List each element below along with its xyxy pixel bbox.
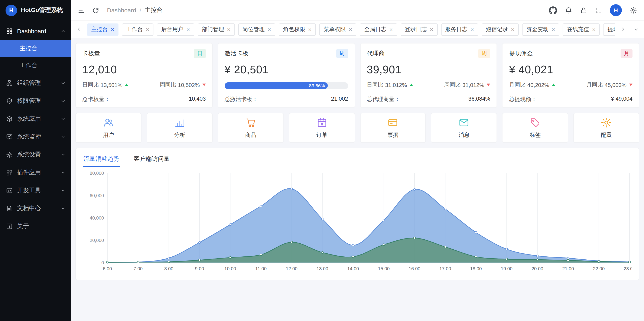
tabs-scroll-right-icon[interactable]: [618, 25, 628, 34]
tab-label: 全局日志: [364, 26, 386, 33]
stat-value: 39,901: [360, 58, 497, 76]
stat-card-title: 激活卡板: [224, 50, 248, 57]
trend-down-icon: [629, 84, 632, 86]
tab-chip-11[interactable]: 资金变动×: [522, 23, 559, 36]
close-icon[interactable]: ×: [308, 26, 312, 32]
close-icon[interactable]: ×: [111, 26, 114, 32]
tab-traffic-trend[interactable]: 流量消耗趋势: [83, 154, 120, 167]
close-icon[interactable]: ×: [552, 26, 555, 32]
sidebar-item-system-settings[interactable]: 系统设置: [0, 146, 71, 164]
tabs-menu-chevron-icon[interactable]: [631, 25, 640, 34]
shortcut-analysis[interactable]: 分析: [146, 113, 213, 143]
close-icon[interactable]: ×: [430, 26, 433, 32]
close-icon[interactable]: ×: [389, 26, 393, 32]
tab-chip-13[interactable]: 提现管理×: [603, 23, 615, 36]
tab-chip-2[interactable]: 后台用户×: [157, 23, 194, 36]
app-root: H HotGo管理系统 Dashboard 主控台 工作台: [0, 0, 644, 321]
trend-down-icon: [202, 84, 206, 86]
chevron-up-icon: [60, 28, 66, 34]
tab-client-visits[interactable]: 客户端访问量: [133, 154, 170, 167]
sidebar-item-organization[interactable]: 组织管理: [0, 74, 71, 92]
tab-label: 主控台: [91, 26, 108, 33]
tab-chip-0[interactable]: 主控台×: [87, 23, 118, 36]
chevron-down-icon: [60, 116, 66, 122]
close-icon[interactable]: ×: [146, 26, 149, 32]
sidebar-item-devtools[interactable]: 开发工具: [0, 182, 71, 200]
shortcut-tags[interactable]: 标签: [502, 113, 568, 143]
sidebar-item-system-app[interactable]: 系统应用: [0, 110, 71, 128]
sidebar-item-dashboard[interactable]: Dashboard: [0, 22, 71, 40]
chevron-down-icon: [60, 80, 66, 86]
status-badge: 日: [194, 49, 206, 58]
shortcut-messages[interactable]: 消息: [431, 113, 497, 143]
svg-text:80,000: 80,000: [90, 170, 104, 176]
tab-chip-3[interactable]: 部门管理×: [198, 23, 235, 36]
sidebar-item-label: Dashboard: [17, 28, 46, 34]
fullscreen-icon[interactable]: [595, 6, 602, 14]
shortcut-goods[interactable]: 商品: [218, 113, 284, 143]
menu-collapse-icon[interactable]: [78, 6, 85, 14]
tab-chip-12[interactable]: 在线充值×: [563, 23, 600, 36]
shortcut-users[interactable]: 用户: [76, 113, 142, 143]
breadcrumb-current: 主控台: [145, 6, 162, 14]
status-badge: 周: [478, 49, 490, 58]
tab-chip-7[interactable]: 全局日志×: [360, 23, 397, 36]
close-icon[interactable]: ×: [268, 26, 271, 32]
close-icon[interactable]: ×: [349, 26, 352, 32]
close-icon[interactable]: ×: [186, 26, 190, 32]
breadcrumb-root[interactable]: Dashboard: [107, 7, 136, 14]
tab-chip-9[interactable]: 服务日志×: [441, 23, 478, 36]
stat-footer-value: 36,084%: [468, 96, 490, 103]
github-icon[interactable]: [549, 6, 557, 14]
svg-text:16:00: 16:00: [409, 266, 420, 271]
sidebar-item-workbench[interactable]: 工作台: [0, 57, 71, 74]
tab-label: 登录日志: [405, 26, 427, 33]
tab-label: 工作台: [126, 26, 143, 33]
sidebar-item-console[interactable]: 主控台: [0, 40, 71, 57]
sidebar-item-docs[interactable]: 文档中心: [0, 200, 71, 218]
lock-icon[interactable]: [580, 6, 587, 14]
document-icon: [6, 205, 13, 212]
sidebar-item-about[interactable]: 关于: [0, 218, 71, 235]
tab-chip-5[interactable]: 角色权限×: [279, 23, 316, 36]
sidebar-item-plugins[interactable]: 插件应用: [0, 164, 71, 182]
sidebar-item-permission[interactable]: 权限管理: [0, 92, 71, 110]
refresh-icon[interactable]: [92, 6, 99, 14]
close-icon[interactable]: ×: [511, 26, 514, 32]
monitor-icon: [6, 134, 13, 140]
tab-chip-4[interactable]: 岗位管理×: [238, 23, 275, 36]
tabs-scroll-left-icon[interactable]: [74, 25, 84, 34]
status-badge: 月: [620, 49, 632, 58]
stat-card-activated: 激活卡板 周 ¥ 20,501 83.66% 总激活卡板： 21,002: [218, 43, 355, 108]
tab-chip-6[interactable]: 菜单权限×: [319, 23, 356, 36]
hotgo-logo-icon: H: [6, 4, 17, 16]
gear-icon: [600, 117, 612, 128]
tab-chip-8[interactable]: 登录日志×: [400, 23, 438, 36]
sidebar-item-system-monitor[interactable]: 系统监控: [0, 128, 71, 146]
tab-chip-10[interactable]: 短信记录×: [482, 23, 519, 36]
avatar[interactable]: H: [610, 4, 622, 16]
tab-chip-1[interactable]: 工作台×: [122, 23, 154, 36]
plugin-icon: [6, 169, 13, 176]
bell-icon[interactable]: [565, 6, 572, 14]
tab-label: 在线充值: [567, 26, 589, 33]
sidebar-item-label: 文档中心: [17, 204, 41, 212]
gear-icon: [6, 151, 13, 158]
stat-sub-left: 日同比 31,012%: [367, 81, 413, 89]
svg-text:14:00: 14:00: [347, 266, 359, 271]
settings-gear-icon[interactable]: [630, 6, 637, 14]
close-icon[interactable]: ×: [592, 26, 596, 32]
app-logo[interactable]: H HotGo管理系统: [0, 0, 71, 20]
shortcut-bills[interactable]: 票据: [360, 113, 426, 143]
chevron-down-icon: [60, 188, 66, 193]
close-icon[interactable]: ×: [227, 26, 230, 32]
progress-label: 83.66%: [309, 83, 325, 88]
app-title: HotGo管理系统: [21, 6, 63, 14]
shortcut-orders[interactable]: 订单: [289, 113, 355, 143]
stat-sub-right: 周同比 10,502%: [160, 81, 206, 89]
shortcut-config[interactable]: 配置: [573, 113, 639, 143]
tab-label: 提现管理: [608, 26, 615, 33]
close-icon[interactable]: ×: [470, 26, 474, 32]
svg-text:21:00: 21:00: [562, 266, 574, 271]
order-calendar-icon: [316, 117, 328, 128]
